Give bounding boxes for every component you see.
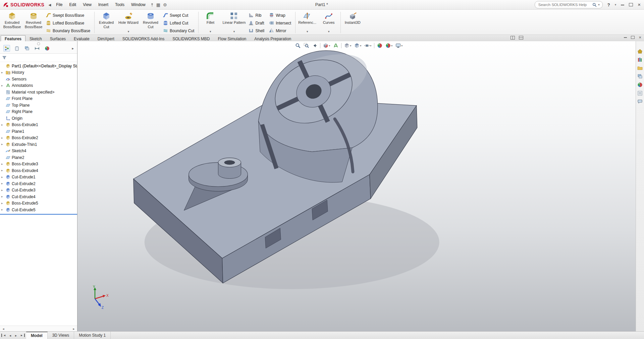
tree-item-boss-extrude4[interactable]: ▸ Boss-Extrude4 (0, 167, 77, 174)
split-pane-vertical-icon[interactable] (511, 36, 515, 40)
dynamic-annotation-views-button[interactable] (332, 42, 339, 49)
last-tab-button[interactable]: ▸ (19, 334, 25, 337)
expand-arrow-icon[interactable]: ▸ (1, 195, 5, 198)
expand-arrow-icon[interactable]: ▸ (1, 202, 5, 205)
wrap-button[interactable]: Wrap (267, 11, 294, 19)
tree-item-cut-extrude2[interactable]: ▸ Cut-Extrude2 (0, 180, 77, 187)
tree-item-sketch4[interactable]: ▸ Sketch4 (0, 148, 77, 155)
hide-show-items-button[interactable]: ▾ (363, 42, 372, 49)
rollback-bar[interactable] (0, 214, 77, 215)
menu-edit[interactable]: Edit (66, 1, 79, 8)
display-style-button[interactable]: ▾ (353, 42, 362, 49)
tree-item-boss-extrude1[interactable]: ▸ Boss-Extrude1 (0, 122, 77, 128)
tree-item-cut-extrude5[interactable]: ▸ Cut-Extrude5 (0, 207, 77, 213)
hide-show-chevron-icon[interactable]: ▾ (370, 44, 371, 47)
view-settings-chevron-icon[interactable]: ▾ (401, 44, 402, 47)
document-restore-button[interactable] (631, 36, 635, 39)
menu-view[interactable]: View (80, 1, 95, 8)
view-palette-icon[interactable] (637, 74, 643, 79)
window-close-button[interactable]: × (638, 3, 641, 6)
options-gear-icon[interactable]: ⚙ (162, 2, 168, 7)
tree-item-plane1[interactable]: ▸ Plane1 (0, 128, 77, 135)
zoom-to-area-button[interactable] (303, 42, 310, 49)
expand-arrow-icon[interactable]: ▸ (1, 84, 5, 87)
previous-view-button[interactable] (311, 42, 318, 49)
search-scope-chevron-icon[interactable]: ▾ (598, 3, 600, 6)
reference-geometry-button[interactable]: Referenc... ▾ (297, 10, 318, 35)
fillet-dropdown-icon[interactable]: ▾ (210, 30, 211, 34)
boundary-cut-button[interactable]: Boundary Cut (161, 27, 197, 35)
revolved-boss-base-button[interactable]: Revolved Boss/Base (23, 10, 44, 35)
menu-window[interactable]: Window (128, 1, 149, 8)
swept-cut-button[interactable]: Swept Cut (161, 11, 197, 19)
display-style-chevron-icon[interactable]: ▾ (360, 44, 361, 47)
instant3d-button[interactable]: Instant3D (342, 10, 363, 35)
scroll-left-arrow-icon[interactable]: ◂ (1, 327, 6, 331)
linear-pattern-button[interactable]: Linear Pattern ▾ (221, 10, 247, 35)
mirror-button[interactable]: Mirror (267, 27, 294, 35)
first-tab-button[interactable]: ◂ (1, 334, 7, 337)
section-view-button[interactable]: ▾ (322, 42, 331, 49)
tree-item-cut-extrude4[interactable]: ▸ Cut-Extrude4 (0, 193, 77, 200)
tree-item-boss-extrude2[interactable]: ▸ Boss-Extrude2 (0, 135, 77, 142)
lofted-boss-base-button[interactable]: Lofted Boss/Base (44, 19, 93, 27)
tree-item-front-plane[interactable]: ▸ Front Plane (0, 96, 77, 102)
shell-button[interactable]: Shell (247, 27, 267, 35)
expand-arrow-icon[interactable]: ▸ (1, 189, 5, 192)
next-tab-button[interactable]: ▸ (13, 334, 18, 337)
tree-item-cut-extrude1[interactable]: ▸ Cut-Extrude1 (0, 174, 77, 181)
configurationmanager-tab[interactable] (23, 45, 30, 52)
propertymanager-tab[interactable] (13, 45, 20, 52)
boundary-boss-base-button[interactable]: Boundary Boss/Base (44, 27, 93, 35)
tab-motion-study-1[interactable]: Motion Study 1 (74, 332, 111, 339)
reference-geometry-dropdown-icon[interactable]: ▾ (307, 30, 308, 34)
expand-arrow-icon[interactable]: ▸ (1, 176, 5, 179)
view-orientation-button[interactable]: ▾ (343, 42, 352, 49)
previous-tab-button[interactable]: ◂ (8, 334, 13, 337)
apply-scene-button[interactable]: ▾ (384, 42, 393, 49)
quick-snapshot-icon[interactable]: ▦ (155, 2, 162, 7)
curves-button[interactable]: Curves ▾ (318, 10, 339, 35)
expand-arrow-icon[interactable]: ▸ (1, 182, 5, 185)
tree-item-plane2[interactable]: ▸ Plane2 (0, 154, 77, 161)
window-minimize-button[interactable] (621, 4, 624, 5)
custom-properties-icon[interactable] (637, 91, 643, 96)
expand-arrow-icon[interactable]: ▸ (1, 123, 5, 126)
tree-item-history[interactable]: ▸ History (0, 69, 77, 76)
rib-button[interactable]: Rib (247, 11, 267, 19)
help-chevron-icon[interactable]: ▾ (615, 3, 616, 6)
tree-item-material[interactable]: ▸ Material <not specified> (0, 89, 77, 96)
expand-arrow-icon[interactable]: ▸ (1, 143, 5, 146)
tree-item-boss-extrude3[interactable]: ▸ Boss-Extrude3 (0, 161, 77, 168)
graphics-viewport[interactable]: ▾ ▾ ▾ ▾ ▾ ▾ (77, 41, 636, 332)
document-close-button[interactable]: × (639, 36, 641, 39)
tree-item-cut-extrude3[interactable]: ▸ Cut-Extrude3 (0, 187, 77, 194)
tree-item-annotations[interactable]: ▸ Annotations (0, 82, 77, 89)
filter-funnel-icon[interactable] (2, 55, 7, 60)
menu-tools[interactable]: Tools (112, 1, 127, 8)
menu-insert[interactable]: Insert (95, 1, 111, 8)
menu-file[interactable]: File (53, 1, 65, 8)
tab-model[interactable]: Model (26, 332, 48, 339)
task-pane-home-icon[interactable] (637, 49, 643, 54)
scroll-right-arrow-icon[interactable]: ▸ (71, 327, 76, 331)
help-search-box[interactable]: ▾ (535, 1, 603, 8)
edit-appearance-button[interactable] (376, 42, 383, 49)
tree-item-boss-extrude5[interactable]: ▸ Boss-Extrude5 (0, 200, 77, 207)
expand-arrow-icon[interactable]: ▸ (1, 163, 5, 166)
tree-root-part1[interactable]: ▸ Part1 (Default<<Default>_Display Sta (0, 63, 77, 69)
revolved-cut-button[interactable]: Revolved Cut (140, 10, 161, 35)
help-search-input[interactable] (538, 2, 591, 7)
tree-item-right-plane[interactable]: ▸ Right Plane (0, 109, 77, 115)
tree-item-origin[interactable]: ▸ Origin (0, 115, 77, 122)
menu-collapse-icon[interactable]: ◀ (48, 3, 51, 7)
section-view-chevron-icon[interactable]: ▾ (329, 44, 330, 47)
curves-dropdown-icon[interactable]: ▾ (328, 30, 330, 34)
intersect-button[interactable]: Intersect (267, 19, 294, 27)
expand-arrow-icon[interactable]: ▸ (1, 71, 5, 74)
extruded-boss-base-button[interactable]: Extruded Boss/Base (1, 10, 23, 35)
expand-arrow-icon[interactable]: ▸ (1, 208, 5, 211)
document-minimize-button[interactable] (624, 37, 627, 38)
draft-button[interactable]: Draft (247, 19, 267, 27)
extruded-cut-button[interactable]: Extruded Cut (96, 10, 117, 35)
